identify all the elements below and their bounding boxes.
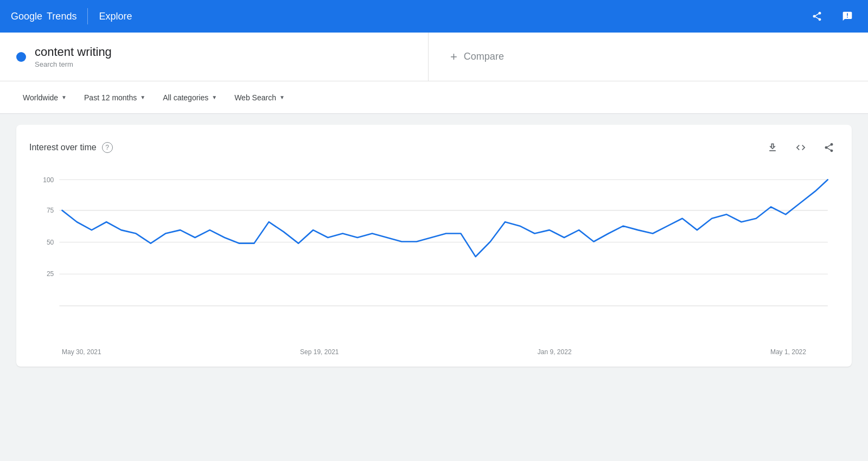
search-area: content writing Search term + Compare <box>0 33 868 81</box>
download-button[interactable] <box>763 138 782 157</box>
header-icons <box>807 7 857 26</box>
categories-chevron-icon: ▼ <box>212 94 217 100</box>
chart-header: Interest over time ? <box>29 138 839 157</box>
period-label: Past 12 months <box>84 93 137 102</box>
app-header: Google Trends Explore <box>0 0 868 33</box>
x-label-2: Sep 19, 2021 <box>300 348 339 356</box>
compare-box[interactable]: + Compare <box>429 33 868 81</box>
x-label-3: Jan 9, 2022 <box>538 348 572 356</box>
search-term-text: content writing Search term <box>35 45 112 68</box>
chart-share-button[interactable] <box>819 138 839 157</box>
region-chevron-icon: ▼ <box>61 94 67 100</box>
logo-google: Google <box>11 11 42 22</box>
x-label-4: May 1, 2022 <box>770 348 806 356</box>
search-type-chevron-icon: ▼ <box>279 94 285 100</box>
compare-plus-icon: + <box>450 50 457 64</box>
main-content: Interest over time ? <box>0 114 868 377</box>
chart-card: Interest over time ? <box>16 125 852 367</box>
svg-text:50: 50 <box>47 238 54 246</box>
chart-title-area: Interest over time ? <box>29 142 113 153</box>
feedback-button[interactable] <box>838 7 857 26</box>
svg-text:100: 100 <box>43 176 54 183</box>
help-icon[interactable]: ? <box>102 142 113 153</box>
svg-text:25: 25 <box>47 270 54 278</box>
x-label-1: May 30, 2021 <box>62 348 101 356</box>
categories-label: All categories <box>163 93 208 102</box>
search-term-label: Search term <box>35 60 112 68</box>
search-term-box[interactable]: content writing Search term <box>0 33 429 81</box>
embed-button[interactable] <box>791 138 810 157</box>
trend-chart: 100 75 50 25 <box>29 168 839 342</box>
x-axis-labels: May 30, 2021 Sep 19, 2021 Jan 9, 2022 Ma… <box>29 344 839 356</box>
logo: Google Trends <box>11 11 76 22</box>
chart-actions <box>763 138 839 157</box>
search-term-title: content writing <box>35 45 112 59</box>
filter-bar: Worldwide ▼ Past 12 months ▼ All categor… <box>0 81 868 114</box>
categories-filter[interactable]: All categories ▼ <box>156 89 224 106</box>
chart-container: 100 75 50 25 May 30, 2021 Sep 19, 2021 J… <box>29 168 839 356</box>
compare-label: Compare <box>464 51 504 62</box>
period-chevron-icon: ▼ <box>140 94 145 100</box>
region-label: Worldwide <box>23 93 58 102</box>
logo-trends: Trends <box>47 11 76 22</box>
chart-title: Interest over time <box>29 143 97 152</box>
header-divider <box>87 8 88 24</box>
explore-label: Explore <box>99 11 132 22</box>
period-filter[interactable]: Past 12 months ▼ <box>78 89 152 106</box>
search-term-dot <box>16 52 26 62</box>
search-type-label: Web Search <box>234 93 276 102</box>
share-button[interactable] <box>807 7 827 26</box>
svg-text:75: 75 <box>47 207 54 214</box>
region-filter[interactable]: Worldwide ▼ <box>16 89 73 106</box>
search-type-filter[interactable]: Web Search ▼ <box>228 89 291 106</box>
